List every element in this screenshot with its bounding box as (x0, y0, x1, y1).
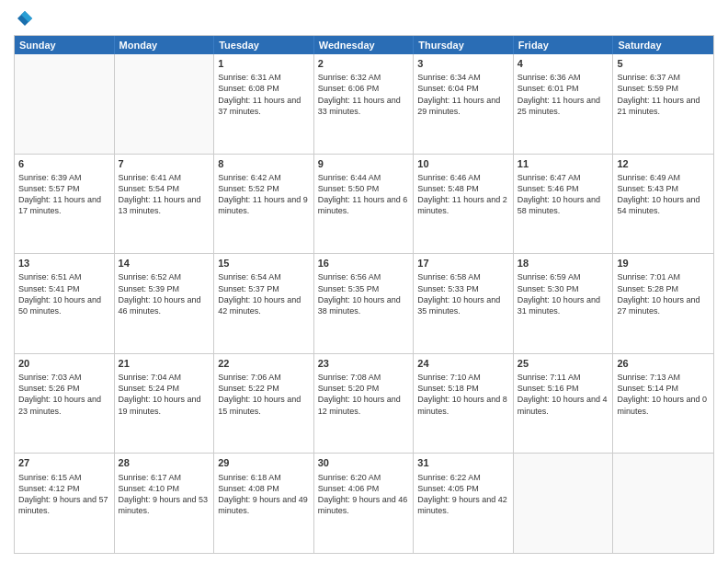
day-detail: Sunrise: 7:13 AM Sunset: 5:14 PM Dayligh… (617, 372, 710, 417)
day-detail: Sunrise: 6:59 AM Sunset: 5:30 PM Dayligh… (518, 271, 609, 316)
day-detail: Sunrise: 6:47 AM Sunset: 5:46 PM Dayligh… (518, 172, 609, 217)
calendar-cell: 21Sunrise: 7:04 AM Sunset: 5:24 PM Dayli… (115, 354, 215, 454)
calendar-cell: 7Sunrise: 6:41 AM Sunset: 5:54 PM Daylig… (115, 155, 215, 254)
day-number: 3 (417, 57, 509, 70)
day-detail: Sunrise: 7:11 AM Sunset: 5:16 PM Dayligh… (518, 372, 609, 417)
calendar-cell: 6Sunrise: 6:39 AM Sunset: 5:57 PM Daylig… (15, 155, 115, 254)
day-detail: Sunrise: 6:20 AM Sunset: 4:06 PM Dayligh… (318, 472, 410, 517)
calendar-cell (15, 54, 115, 154)
day-detail: Sunrise: 6:41 AM Sunset: 5:54 PM Dayligh… (119, 172, 210, 217)
day-number: 23 (318, 357, 410, 370)
calendar-cell: 20Sunrise: 7:03 AM Sunset: 5:26 PM Dayli… (15, 354, 115, 454)
day-detail: Sunrise: 6:58 AM Sunset: 5:33 PM Dayligh… (417, 271, 509, 316)
calendar-cell: 26Sunrise: 7:13 AM Sunset: 5:14 PM Dayli… (613, 354, 713, 454)
day-detail: Sunrise: 6:39 AM Sunset: 5:57 PM Dayligh… (18, 172, 110, 217)
calendar-cell: 23Sunrise: 7:08 AM Sunset: 5:20 PM Dayli… (314, 354, 415, 454)
day-detail: Sunrise: 7:10 AM Sunset: 5:18 PM Dayligh… (417, 372, 509, 417)
calendar-cell (514, 454, 614, 553)
day-number: 6 (18, 157, 110, 170)
calendar-cell: 5Sunrise: 6:37 AM Sunset: 5:59 PM Daylig… (613, 54, 713, 154)
header-day-friday: Friday (514, 36, 614, 54)
calendar-cell: 1Sunrise: 6:31 AM Sunset: 6:08 PM Daylig… (214, 54, 314, 154)
day-number: 30 (318, 456, 410, 469)
day-number: 5 (617, 57, 710, 70)
day-detail: Sunrise: 6:36 AM Sunset: 6:01 PM Dayligh… (518, 72, 609, 117)
day-detail: Sunrise: 7:03 AM Sunset: 5:26 PM Dayligh… (18, 372, 110, 417)
day-number: 12 (617, 157, 710, 170)
calendar-cell: 3Sunrise: 6:34 AM Sunset: 6:04 PM Daylig… (414, 54, 514, 154)
header-day-wednesday: Wednesday (314, 36, 415, 54)
day-detail: Sunrise: 7:06 AM Sunset: 5:22 PM Dayligh… (218, 372, 310, 417)
day-number: 27 (18, 456, 110, 469)
calendar-cell: 16Sunrise: 6:56 AM Sunset: 5:35 PM Dayli… (314, 254, 415, 353)
day-number: 19 (617, 257, 710, 270)
day-detail: Sunrise: 7:08 AM Sunset: 5:20 PM Dayligh… (318, 372, 410, 417)
calendar-row-3: 13Sunrise: 6:51 AM Sunset: 5:41 PM Dayli… (15, 253, 713, 353)
day-number: 10 (417, 157, 509, 170)
day-number: 18 (518, 257, 609, 270)
day-detail: Sunrise: 6:51 AM Sunset: 5:41 PM Dayligh… (18, 271, 110, 316)
header-day-saturday: Saturday (613, 36, 713, 54)
calendar-row-5: 27Sunrise: 6:15 AM Sunset: 4:12 PM Dayli… (15, 453, 713, 553)
logo (14, 9, 34, 28)
header-day-monday: Monday (115, 36, 215, 54)
day-number: 24 (417, 357, 509, 370)
day-number: 2 (318, 57, 410, 70)
day-number: 25 (518, 357, 609, 370)
calendar-cell: 12Sunrise: 6:49 AM Sunset: 5:43 PM Dayli… (613, 155, 713, 254)
calendar-row-1: 1Sunrise: 6:31 AM Sunset: 6:08 PM Daylig… (15, 54, 713, 154)
calendar-cell (115, 54, 215, 154)
day-number: 13 (18, 257, 110, 270)
day-detail: Sunrise: 6:37 AM Sunset: 5:59 PM Dayligh… (617, 72, 710, 117)
page: SundayMondayTuesdayWednesdayThursdayFrid… (0, 0, 728, 563)
calendar-cell: 24Sunrise: 7:10 AM Sunset: 5:18 PM Dayli… (414, 354, 514, 454)
calendar-header: SundayMondayTuesdayWednesdayThursdayFrid… (15, 36, 713, 54)
day-detail: Sunrise: 6:56 AM Sunset: 5:35 PM Dayligh… (318, 271, 410, 316)
calendar-row-4: 20Sunrise: 7:03 AM Sunset: 5:26 PM Dayli… (15, 353, 713, 454)
calendar-cell: 4Sunrise: 6:36 AM Sunset: 6:01 PM Daylig… (514, 54, 614, 154)
day-number: 28 (119, 456, 210, 469)
calendar-cell: 25Sunrise: 7:11 AM Sunset: 5:16 PM Dayli… (514, 354, 614, 454)
calendar-cell: 29Sunrise: 6:18 AM Sunset: 4:08 PM Dayli… (214, 454, 314, 553)
day-number: 1 (218, 57, 310, 70)
day-detail: Sunrise: 6:46 AM Sunset: 5:48 PM Dayligh… (417, 172, 509, 217)
calendar-cell: 28Sunrise: 6:17 AM Sunset: 4:10 PM Dayli… (115, 454, 215, 553)
day-detail: Sunrise: 6:52 AM Sunset: 5:39 PM Dayligh… (119, 271, 210, 316)
day-number: 15 (218, 257, 310, 270)
day-number: 26 (617, 357, 710, 370)
day-detail: Sunrise: 6:32 AM Sunset: 6:06 PM Dayligh… (318, 72, 410, 117)
day-detail: Sunrise: 6:44 AM Sunset: 5:50 PM Dayligh… (318, 172, 410, 217)
header-day-thursday: Thursday (414, 36, 514, 54)
header (14, 9, 714, 28)
day-number: 20 (18, 357, 110, 370)
calendar-body: 1Sunrise: 6:31 AM Sunset: 6:08 PM Daylig… (15, 54, 713, 553)
calendar-cell: 22Sunrise: 7:06 AM Sunset: 5:22 PM Dayli… (214, 354, 314, 454)
day-number: 16 (318, 257, 410, 270)
day-detail: Sunrise: 7:04 AM Sunset: 5:24 PM Dayligh… (119, 372, 210, 417)
calendar-cell: 14Sunrise: 6:52 AM Sunset: 5:39 PM Dayli… (115, 254, 215, 353)
calendar-row-2: 6Sunrise: 6:39 AM Sunset: 5:57 PM Daylig… (15, 154, 713, 254)
day-detail: Sunrise: 6:17 AM Sunset: 4:10 PM Dayligh… (119, 472, 210, 517)
day-number: 4 (518, 57, 609, 70)
day-number: 21 (119, 357, 210, 370)
header-day-tuesday: Tuesday (214, 36, 314, 54)
calendar-cell: 19Sunrise: 7:01 AM Sunset: 5:28 PM Dayli… (613, 254, 713, 353)
calendar-cell: 17Sunrise: 6:58 AM Sunset: 5:33 PM Dayli… (414, 254, 514, 353)
calendar-cell: 30Sunrise: 6:20 AM Sunset: 4:06 PM Dayli… (314, 454, 415, 553)
day-number: 7 (119, 157, 210, 170)
day-detail: Sunrise: 6:54 AM Sunset: 5:37 PM Dayligh… (218, 271, 310, 316)
day-number: 8 (218, 157, 310, 170)
calendar-cell (613, 454, 713, 553)
header-day-sunday: Sunday (15, 36, 115, 54)
calendar-cell: 11Sunrise: 6:47 AM Sunset: 5:46 PM Dayli… (514, 155, 614, 254)
calendar-cell: 31Sunrise: 6:22 AM Sunset: 4:05 PM Dayli… (414, 454, 514, 553)
day-detail: Sunrise: 6:18 AM Sunset: 4:08 PM Dayligh… (218, 472, 310, 517)
logo-icon (16, 9, 34, 28)
day-detail: Sunrise: 6:31 AM Sunset: 6:08 PM Dayligh… (218, 72, 310, 117)
day-number: 14 (119, 257, 210, 270)
calendar-cell: 8Sunrise: 6:42 AM Sunset: 5:52 PM Daylig… (214, 155, 314, 254)
day-detail: Sunrise: 6:22 AM Sunset: 4:05 PM Dayligh… (417, 472, 509, 517)
calendar: SundayMondayTuesdayWednesdayThursdayFrid… (14, 35, 714, 554)
calendar-cell: 10Sunrise: 6:46 AM Sunset: 5:48 PM Dayli… (414, 155, 514, 254)
day-detail: Sunrise: 6:15 AM Sunset: 4:12 PM Dayligh… (18, 472, 110, 517)
